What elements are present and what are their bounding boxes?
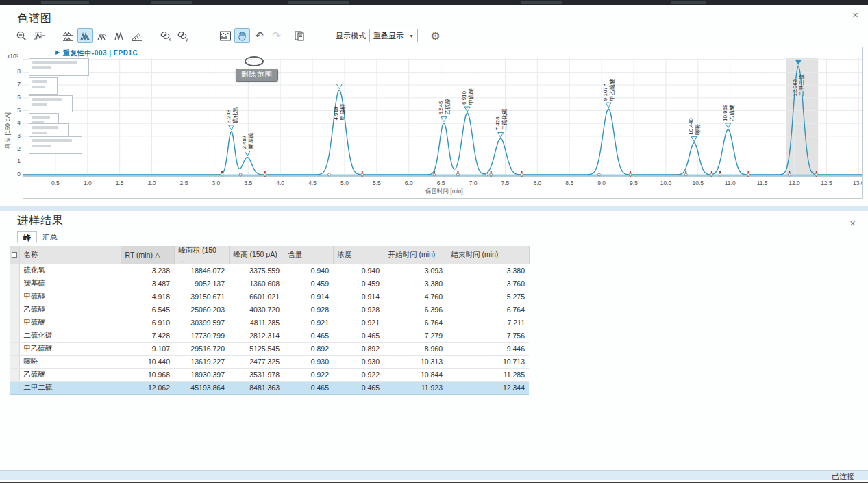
x-tick-label: 5.5: [373, 179, 381, 186]
integration-point: [327, 173, 330, 176]
table-row[interactable]: 甲硫醇4.91839150.6716601.0210.9140.9144.760…: [10, 290, 529, 303]
x-tick-label: 10.5: [693, 179, 704, 186]
link-x-axis-icon[interactable]: x: [158, 28, 174, 43]
value-cell: 39150.671: [174, 290, 229, 303]
integration-point: [264, 173, 266, 176]
row-selector[interactable]: [10, 303, 19, 316]
connection-status: 已连接: [832, 471, 854, 482]
value-cell: 0.922: [333, 369, 384, 382]
value-cell: 0.922: [284, 369, 333, 382]
overlay-view-icon[interactable]: [77, 28, 93, 43]
peak-name-label: 二甲二硫: [799, 74, 805, 96]
table-row[interactable]: 二甲二硫12.06245193.8648481.3630.4650.46511.…: [10, 382, 529, 395]
x-tick-label: 8.5: [565, 179, 573, 186]
settings-gear-icon[interactable]: ⚙: [427, 28, 443, 43]
value-cell: 0.459: [333, 277, 384, 290]
stacked-view-icon[interactable]: [60, 28, 76, 43]
x-tick-label: 11.0: [725, 179, 736, 186]
status-bar: 已连接: [0, 470, 868, 480]
zoom-region-icon[interactable]: [31, 28, 47, 43]
chromatogram-plot[interactable]: 3.238硫化氢3.487羰基硫4.918甲硫醇6.545乙硫醇6.910甲硫醚…: [23, 58, 862, 199]
value-cell: 4030.720: [229, 303, 284, 316]
results-table: 名称RT (min) △峰面积 (150 ...峰高 (150 pA)含量浓度开…: [10, 246, 530, 395]
row-selector[interactable]: [10, 343, 19, 356]
row-selector[interactable]: [10, 382, 19, 395]
column-header[interactable]: 浓度: [333, 246, 384, 264]
peak-name-cell: 硫化氢: [19, 264, 121, 277]
zoom-out-icon[interactable]: [14, 28, 29, 43]
table-row[interactable]: 乙硫醇6.54525060.2034030.7200.9280.9286.396…: [10, 303, 529, 316]
peak-name-cell: 甲硫醇: [19, 290, 121, 303]
x-tick-label: 1.5: [116, 179, 124, 186]
row-selector[interactable]: [10, 290, 19, 303]
row-selector[interactable]: [10, 277, 19, 290]
table-row[interactable]: 乙硫醚10.96818930.3973531.9780.9220.92210.8…: [10, 369, 529, 382]
display-mode-value: 重叠显示: [373, 31, 404, 41]
row-selector[interactable]: [10, 369, 19, 382]
trace-header[interactable]: ▶ 重复性中-003 | FPD1C: [23, 47, 862, 58]
range-handle-icon[interactable]: [245, 56, 264, 66]
column-header[interactable]: RT (min) △: [121, 246, 174, 264]
tab-peaks[interactable]: 峰: [17, 231, 37, 243]
column-header[interactable]: 含量: [284, 246, 333, 264]
results-close-button[interactable]: ×: [850, 219, 856, 228]
column-header[interactable]: 结束时间 (min): [447, 246, 529, 264]
value-cell: 17730.799: [174, 329, 229, 343]
value-cell: 12.344: [447, 382, 529, 395]
peak-name-label: 甲乙硫醚: [609, 79, 615, 101]
table-row[interactable]: 甲硫醚6.91030399.5974811.2850.9210.9216.764…: [10, 316, 529, 329]
value-cell: 10.440: [121, 356, 174, 369]
cascade-view-icon[interactable]: [129, 28, 145, 43]
column-header[interactable]: 开始时间 (min): [384, 246, 447, 264]
undo-icon[interactable]: ↶: [251, 28, 267, 43]
table-row[interactable]: 二硫化碳7.42817730.7992812.3140.4650.4657.27…: [10, 329, 529, 343]
chromatogram-area: x10³ 响应 [150 pA] 876543210 ▶ 重复性中-003 | …: [5, 47, 865, 206]
value-cell: 18846.072: [174, 264, 229, 277]
chromatogram-close-button[interactable]: ×: [852, 10, 858, 20]
chromatogram-svg[interactable]: 3.238硫化氢3.487羰基硫4.918甲硫醇6.545乙硫醇6.910甲硫醚…: [23, 58, 862, 199]
column-header[interactable]: 峰高 (150 pA): [229, 246, 284, 264]
column-header[interactable]: 名称: [19, 246, 121, 264]
peak-name-label: 噻吩: [695, 124, 701, 135]
row-selector-header[interactable]: [10, 246, 19, 264]
x-tick-label: 1.0: [84, 179, 92, 186]
peak-name-cell: 甲乙硫醚: [19, 343, 121, 356]
y-axis-label: 响应 [150 pA]: [3, 112, 12, 149]
row-selector[interactable]: [10, 264, 19, 277]
integration-point: [490, 173, 493, 176]
peak-rt-label: 3.238: [225, 109, 232, 123]
x-tick-label: 11.5: [757, 179, 768, 186]
table-row[interactable]: 羰基硫3.4879052.1371360.6080.4590.4593.3803…: [10, 277, 529, 290]
link-y-axis-icon[interactable]: y: [175, 28, 191, 43]
value-cell: 9052.137: [174, 277, 229, 290]
peak-name-cell: 乙硫醇: [19, 303, 121, 316]
peak-rt-label: 7.428: [495, 116, 501, 131]
pan-hand-icon[interactable]: [234, 28, 250, 43]
chevron-down-icon: ▼: [409, 34, 414, 38]
peak-name-label: 硫化氢: [232, 107, 238, 123]
row-selector[interactable]: [10, 316, 19, 329]
peak-name-cell: 甲硫醚: [19, 316, 121, 329]
single-view-icon[interactable]: [112, 28, 127, 43]
chromatogram-plot-container[interactable]: ▶ 重复性中-003 | FPD1C 3.238硫化氢3.487羰基硫4.918…: [23, 47, 863, 199]
value-cell: 0.892: [333, 343, 384, 356]
tab-summary[interactable]: 汇总: [37, 231, 63, 243]
column-header[interactable]: 峰面积 (150 ...: [174, 246, 229, 264]
chart-properties-icon[interactable]: [217, 28, 233, 43]
row-selector[interactable]: [10, 329, 19, 343]
value-cell: 29516.720: [174, 343, 229, 356]
trace-expand-icon[interactable]: ▶: [55, 49, 60, 55]
copy-chart-icon[interactable]: [291, 28, 307, 43]
menu-segment: [288, 1, 349, 4]
offset-view-icon[interactable]: [95, 28, 110, 43]
table-row[interactable]: 噻吩10.44013619.2272477.3250.9300.93010.31…: [10, 356, 529, 369]
x-tick-label: 5.0: [340, 179, 349, 186]
value-cell: 0.940: [333, 264, 384, 277]
window-bottom-border: [0, 482, 868, 483]
table-row[interactable]: 甲乙硫醚9.10729516.7205125.5450.8920.8928.96…: [10, 343, 529, 356]
x-tick-label: 9.5: [630, 179, 638, 186]
display-mode-dropdown[interactable]: 重叠显示 ▼: [369, 29, 418, 42]
table-row[interactable]: 硫化氢3.23818846.0723375.5590.9400.9403.093…: [10, 264, 529, 277]
y-tick-label: 1: [8, 158, 21, 164]
row-selector[interactable]: [10, 356, 19, 369]
